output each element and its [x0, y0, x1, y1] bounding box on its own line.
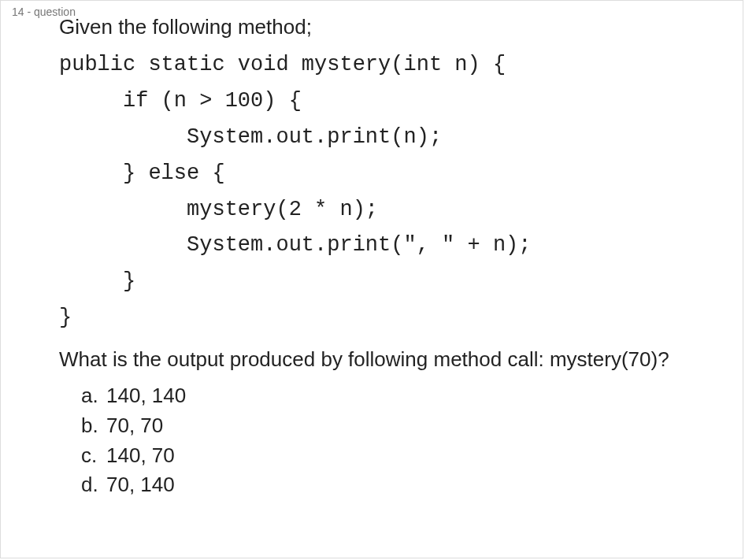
option-text: 70, 70 [106, 411, 163, 441]
option-text: 140, 140 [106, 381, 186, 411]
option-c[interactable]: c. 140, 70 [81, 441, 733, 471]
prompt-text: Given the following method; [59, 15, 733, 39]
code-block: public static void mystery(int n) { if (… [59, 47, 733, 336]
question-container: 14 - question Given the following method… [0, 0, 743, 558]
option-text: 140, 70 [106, 441, 175, 471]
option-d[interactable]: d. 70, 140 [81, 470, 733, 500]
option-text: 70, 140 [106, 470, 175, 500]
options-list: a. 140, 140 b. 70, 70 c. 140, 70 d. 70, … [59, 381, 733, 500]
option-b[interactable]: b. 70, 70 [81, 411, 733, 441]
question-text: What is the output produced by following… [59, 347, 733, 372]
option-letter: a. [81, 381, 106, 411]
option-a[interactable]: a. 140, 140 [81, 381, 733, 411]
question-content: Given the following method; public stati… [1, 1, 743, 510]
option-letter: c. [81, 441, 106, 471]
question-number-label: 14 - question [12, 6, 76, 18]
option-letter: d. [81, 470, 106, 500]
option-letter: b. [81, 411, 106, 441]
